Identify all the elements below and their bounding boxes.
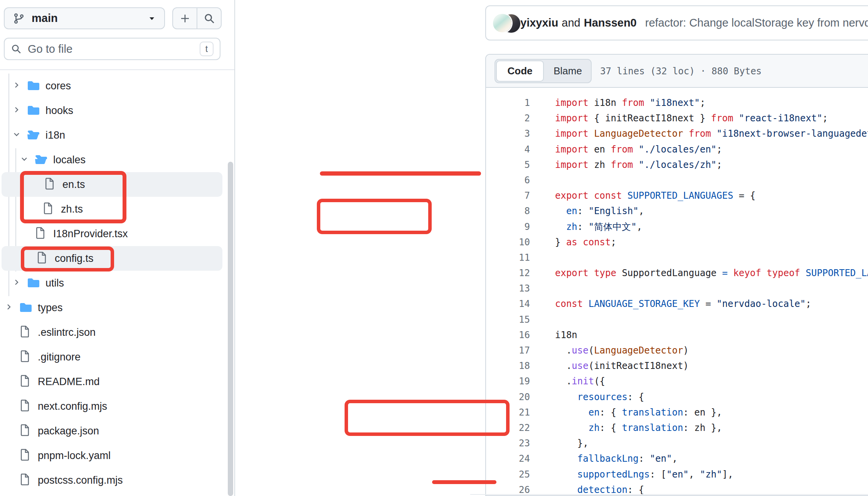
tree-item-config-ts[interactable]: config.ts [2, 246, 222, 271]
tree-item-label: zh.ts [61, 203, 83, 215]
commit-coauthor-link[interactable]: Hanssen0 [584, 17, 637, 29]
line-number[interactable]: 22 [486, 420, 530, 436]
code-line-22: 22 zh: { translation: zh }, [486, 420, 868, 436]
line-number[interactable]: 1 [486, 95, 530, 111]
new-file-button[interactable] [173, 8, 197, 28]
shortcut-key-badge: t [200, 42, 214, 56]
file-icon [20, 375, 30, 389]
line-number[interactable]: 18 [486, 358, 530, 374]
chevron-right-icon[interactable] [12, 81, 21, 91]
tree-item-i18n[interactable]: i18n [0, 123, 234, 147]
chevron-right-icon[interactable] [5, 303, 13, 313]
tree-item-readme-md[interactable]: README.md [0, 369, 234, 394]
file-view-toolbar: Code Blame 37 lines (32 loc) · 880 Bytes… [486, 55, 868, 88]
line-number[interactable]: 19 [486, 374, 530, 389]
file-stats: 37 lines (32 loc) · 880 Bytes [600, 55, 762, 88]
code-line-14: 14const LANGUAGE_STORAGE_KEY = "nervdao-… [486, 296, 868, 312]
line-number[interactable]: 12 [486, 265, 530, 281]
code-text: }, [555, 438, 589, 449]
code-line-1: 1import i18n from "i18next"; [486, 95, 868, 111]
code-text: .use(LanguageDetector) [555, 345, 689, 356]
line-number[interactable]: 25 [486, 467, 530, 482]
code-line-16: 16i18n [486, 327, 868, 343]
line-number[interactable]: 9 [486, 219, 530, 235]
line-number[interactable]: 21 [486, 405, 530, 420]
code-line-11: 11 [486, 250, 868, 265]
code-line-24: 24 fallbackLng: "en", [486, 451, 868, 466]
code-line-20: 20 resources: { [486, 389, 868, 405]
tree-item-locales[interactable]: locales [0, 147, 234, 172]
file-view-panel: Code Blame 37 lines (32 loc) · 880 Bytes… [485, 54, 868, 496]
line-number[interactable]: 15 [486, 312, 530, 327]
line-number[interactable]: 10 [486, 235, 530, 250]
code-line-8: 8 en: "English", [486, 203, 868, 219]
line-number[interactable]: 23 [486, 436, 530, 451]
folder-icon [27, 129, 40, 141]
code-text: detection: { [555, 484, 644, 495]
go-to-file-input[interactable] [28, 43, 200, 55]
line-number[interactable]: 17 [486, 343, 530, 358]
tree-item-utils[interactable]: utils [0, 271, 234, 295]
file-icon [37, 252, 47, 265]
go-to-file-field[interactable]: t [4, 38, 220, 60]
chevron-down-icon [148, 16, 156, 21]
tree-item-postcss-config-mjs[interactable]: postcss.config.mjs [0, 468, 234, 493]
line-number[interactable]: 2 [486, 111, 530, 126]
tree-item-zh-ts[interactable]: zh.ts [0, 197, 234, 221]
code-line-2: 2import { initReactI18next } from "react… [486, 111, 868, 126]
line-number[interactable]: 4 [486, 142, 530, 157]
chevron-right-icon[interactable] [12, 106, 21, 116]
code-text: en: "English", [555, 206, 644, 216]
tree-item-hooks[interactable]: hooks [0, 98, 234, 123]
tree-item-en-ts[interactable]: en.ts [2, 172, 222, 197]
line-number[interactable]: 5 [486, 157, 530, 173]
line-number[interactable]: 8 [486, 203, 530, 219]
git-branch-icon [13, 13, 25, 24]
file-icon [20, 474, 30, 487]
code-text: import en from "./locales/en"; [555, 144, 722, 155]
tab-code[interactable]: Code [496, 60, 544, 82]
commit-avatars[interactable] [493, 14, 521, 33]
tree-item-i18nprovider-tsx[interactable]: I18nProvider.tsx [0, 221, 234, 246]
latest-commit-header: yixyxiu and Hanssen0 refactor: Change lo… [485, 5, 868, 40]
tree-item-label: cores [45, 80, 71, 92]
chevron-down-icon[interactable] [20, 155, 29, 165]
tree-item-next-config-mjs[interactable]: next.config.mjs [0, 394, 234, 419]
tree-item-label: postcss.config.mjs [38, 474, 123, 486]
github-file-view: main t coreshooksi18nlocalesen.tszh.tsI1… [0, 0, 868, 496]
code-text: zh: "简体中文", [555, 221, 642, 232]
tree-item-gitignore[interactable]: .gitignore [0, 345, 234, 369]
line-number[interactable]: 20 [486, 389, 530, 405]
code-line-5: 5import zh from "./locales/zh"; [486, 157, 868, 173]
chevron-right-icon[interactable] [12, 278, 21, 288]
line-number[interactable]: 6 [486, 173, 530, 188]
tree-item-label: locales [53, 154, 86, 166]
code-line-6: 6 [486, 173, 868, 188]
commit-author-link[interactable]: yixyxiu [520, 17, 558, 29]
code-line-23: 23 }, [486, 436, 868, 451]
line-number[interactable]: 11 [486, 250, 530, 265]
code-line-10: 10} as const; [486, 235, 868, 250]
search-tree-button[interactable] [197, 8, 221, 28]
commit-message-link[interactable]: refactor: Change localStorage key from n… [645, 17, 868, 29]
line-number[interactable]: 24 [486, 451, 530, 466]
chevron-down-icon[interactable] [12, 130, 21, 140]
line-number[interactable]: 3 [486, 126, 530, 141]
tree-item-package-json[interactable]: package.json [0, 419, 234, 443]
tree-item-cores[interactable]: cores [0, 74, 234, 98]
line-number[interactable]: 7 [486, 188, 530, 203]
tree-item-types[interactable]: types [0, 295, 234, 320]
tree-item-pnpm-lock-yaml[interactable]: pnpm-lock.yaml [0, 443, 234, 468]
code-text: resources: { [555, 392, 644, 402]
search-icon [204, 13, 215, 24]
tree-scrollbar[interactable] [228, 162, 233, 496]
line-number[interactable]: 16 [486, 327, 530, 343]
line-number[interactable]: 13 [486, 281, 530, 296]
avatar-yixyxiu[interactable] [493, 14, 511, 32]
tree-item-eslintrc-json[interactable]: .eslintrc.json [0, 320, 234, 345]
tab-blame[interactable]: Blame [545, 60, 591, 82]
tree-item-label: config.ts [55, 253, 94, 265]
line-number[interactable]: 14 [486, 296, 530, 312]
branch-selector-button[interactable]: main [4, 7, 165, 29]
code-text: i18n [555, 330, 577, 340]
